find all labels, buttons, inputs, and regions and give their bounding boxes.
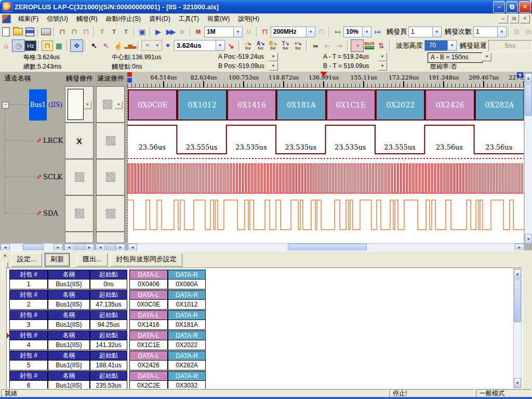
chevron-down-icon[interactable]: ▼ — [362, 27, 371, 37]
scroll-thumb[interactable] — [75, 244, 85, 250]
menu-help[interactable]: 說明(H) — [234, 14, 263, 24]
b-pos-dropdown[interactable]: ▼ — [269, 62, 278, 71]
packet-start-cell[interactable]: 94.25us — [90, 320, 127, 330]
menu-file[interactable]: 檔案(F) — [14, 14, 43, 24]
home-icon[interactable]: ⌂ — [0, 40, 12, 51]
menu-tools[interactable]: 工具(T) — [175, 14, 203, 24]
save-file-icon[interactable] — [24, 26, 36, 37]
scroll-thumb[interactable] — [288, 244, 367, 250]
trigger-page-select[interactable]: 1 ▼ — [408, 26, 442, 37]
chevron-down-icon[interactable]: ▼ — [153, 41, 162, 50]
trigger-flag-icon[interactable]: T — [96, 26, 108, 37]
channel-row-sda[interactable]: ✎ SDA — [36, 209, 58, 217]
chevron-down-icon[interactable]: ▼ — [497, 27, 506, 37]
lrck-waveform-row[interactable]: 23.56us23.555us23.535us23.535us23.535us2… — [127, 124, 524, 159]
frequency-icon[interactable]: Hz — [25, 41, 36, 51]
a-bar-icon[interactable]: A↘Bar — [255, 41, 267, 50]
scroll-right-icon[interactable]: ► — [515, 244, 524, 250]
scroll-down-icon[interactable]: ▼ — [525, 234, 532, 244]
scroll-right-icon[interactable]: ► — [54, 244, 63, 250]
stop-icon[interactable]: ■ — [176, 26, 188, 37]
packet-num-cell[interactable]: 6 — [9, 381, 48, 389]
open-file-icon[interactable] — [12, 26, 24, 37]
packet-datar-cell[interactable]: 0X1012 — [168, 300, 206, 310]
scroll-track[interactable] — [10, 244, 54, 250]
chevron-down-icon[interactable]: ▼ — [84, 101, 91, 109]
zoom-fit-icon[interactable]: ⌖ — [162, 40, 174, 51]
packet-num-cell[interactable]: 1 — [9, 280, 48, 289]
child-restore-button[interactable]: ⧉ — [509, 15, 519, 23]
sample-depth-icon[interactable]: M — [192, 26, 204, 37]
packet-num-cell[interactable]: 5 — [9, 361, 48, 370]
plus-bar-icon[interactable]: +↘Bar — [292, 41, 304, 50]
waveform-display[interactable]: B 64.514us82.634us100.753us118.872us136.… — [127, 72, 524, 243]
channel-row-sclk[interactable]: ✎ SCLK — [36, 173, 62, 181]
channel-panel-hscrollbar[interactable]: ◄► — [0, 243, 63, 250]
waveform-vscrollbar[interactable]: ▲▼ — [524, 73, 532, 244]
navigator-icon[interactable]: ❖ — [70, 39, 83, 52]
b-bar-icon[interactable]: B↘Bar — [267, 41, 280, 50]
packet-start-cell[interactable]: 141.32us — [90, 340, 127, 350]
scroll-left-icon[interactable]: ◄ — [1, 244, 10, 250]
trigger-pos-left-icon[interactable]: ↤ — [331, 26, 343, 37]
scroll-down-icon[interactable]: ▼ — [514, 378, 521, 388]
packet-name-cell[interactable]: Bus1(IIS) — [48, 280, 90, 289]
packet-start-cell[interactable]: 188.41us — [90, 361, 127, 370]
chevron-down-icon[interactable]: ▼ — [306, 27, 315, 37]
wave-mode-select[interactable]: ≈ ▼ — [141, 40, 162, 51]
scroll-track[interactable] — [525, 83, 532, 234]
trigger-column-hscrollbar[interactable]: ◄► — [64, 243, 95, 250]
trigger-setup-icon[interactable]: T — [108, 26, 120, 37]
chevron-down-icon[interactable]: ▼ — [115, 101, 123, 109]
lrck-trigger-cell[interactable]: X — [65, 123, 94, 159]
sclk-waveform-row[interactable] — [127, 162, 524, 196]
scroll-track[interactable] — [514, 278, 521, 378]
scroll-left-icon[interactable]: ◄ — [128, 244, 137, 250]
a-pos-dropdown[interactable]: ▼ — [269, 52, 278, 61]
bus-channel-label[interactable]: Bus1 — [29, 89, 47, 121]
packet-start-cell[interactable]: 0ns — [90, 280, 127, 289]
hand-icon[interactable]: ☝ — [112, 40, 124, 51]
packet-sync-icon[interactable]: ⇅ — [376, 40, 388, 51]
scroll-left-icon[interactable]: ◄ — [96, 244, 105, 250]
restore-button[interactable]: ⧉ — [506, 1, 518, 13]
group-setup-icon[interactable]: ⊓ — [80, 26, 92, 37]
trigger-position-select[interactable]: 10% ▼ — [343, 26, 371, 37]
chevron-down-icon[interactable]: ▼ — [432, 27, 441, 37]
minimize-button[interactable]: – — [493, 1, 505, 13]
bus-filter-cell[interactable]: ▼ — [96, 86, 125, 123]
a-bar-flag-icon[interactable] — [127, 78, 132, 83]
trigger-range-icon[interactable]: T — [120, 26, 132, 37]
sda-trigger-cell[interactable] — [65, 195, 94, 232]
bus-analysis-icon[interactable]: BUS — [364, 40, 376, 51]
run-icon[interactable]: ▶ — [152, 26, 164, 37]
trigger-count-select[interactable]: 1 ▼ — [473, 26, 507, 37]
pointer-icon[interactable]: ↖ — [88, 40, 100, 51]
settings-button[interactable]: 設定... — [11, 253, 42, 267]
close-button[interactable]: × — [519, 1, 531, 13]
scroll-track[interactable] — [137, 244, 515, 250]
menu-window[interactable]: 視窗(W) — [203, 14, 234, 24]
channel-row-lrck[interactable]: ✎ LRCK — [36, 137, 63, 144]
packet-datal-cell[interactable]: 0X0406 — [129, 280, 168, 289]
packet-start-cell[interactable]: 47.135us — [90, 300, 127, 310]
packet-list[interactable]: ▲▼ 封包 #1名稱Bus1(IIS)起始點0nsDATA-L0X0406DAT… — [6, 268, 523, 389]
bus-trigger-cell[interactable]: ▼ — [65, 86, 94, 123]
multi-pointer-icon[interactable]: ↖ — [100, 40, 112, 51]
scroll-track[interactable] — [105, 244, 116, 250]
packet-list-vscrollbar[interactable]: ▲▼ — [513, 269, 522, 388]
waveform-window-icon[interactable]: ⊓ — [42, 41, 53, 51]
packet-datar-cell[interactable]: 0X2022 — [168, 340, 206, 350]
packet-datal-cell[interactable]: 0X0C0E — [129, 300, 168, 310]
bus-waveform-row[interactable]: 0X0C0E0X10120X14160X181A0X1C1E0X20220X24… — [127, 89, 524, 120]
packet-name-cell[interactable]: Bus1(IIS) — [48, 340, 90, 350]
minus-bar-icon[interactable]: -↘Bar — [242, 41, 255, 50]
menu-signal[interactable]: 信號(U) — [43, 14, 72, 24]
new-file-icon[interactable] — [0, 26, 12, 37]
sample-depth-select[interactable]: 1M ▼ — [204, 26, 243, 37]
sample-rate-icon[interactable]: ⊓ — [259, 26, 271, 37]
refresh-button[interactable]: 刷新 — [45, 253, 70, 267]
waveform-hscrollbar[interactable]: ◄► — [127, 243, 525, 250]
packet-datal-cell[interactable]: 0X1416 — [129, 320, 168, 330]
scroll-thumb[interactable] — [525, 84, 532, 116]
